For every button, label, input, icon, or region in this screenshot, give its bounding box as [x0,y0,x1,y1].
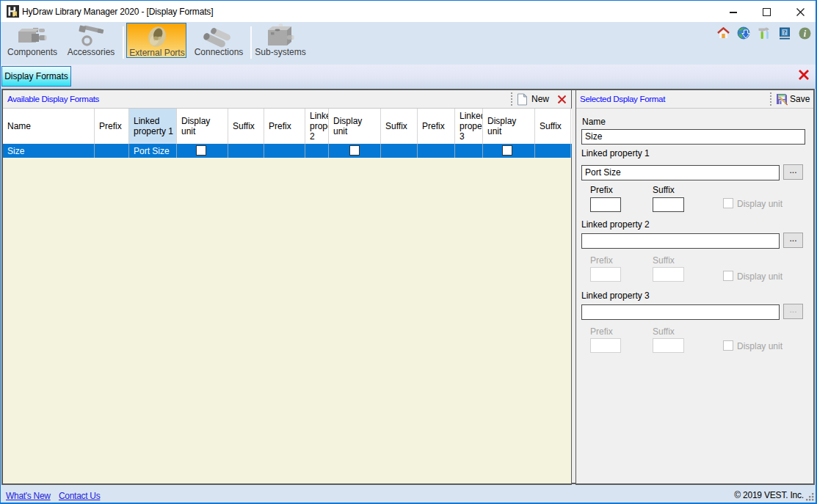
svg-text:?: ? [783,29,787,36]
